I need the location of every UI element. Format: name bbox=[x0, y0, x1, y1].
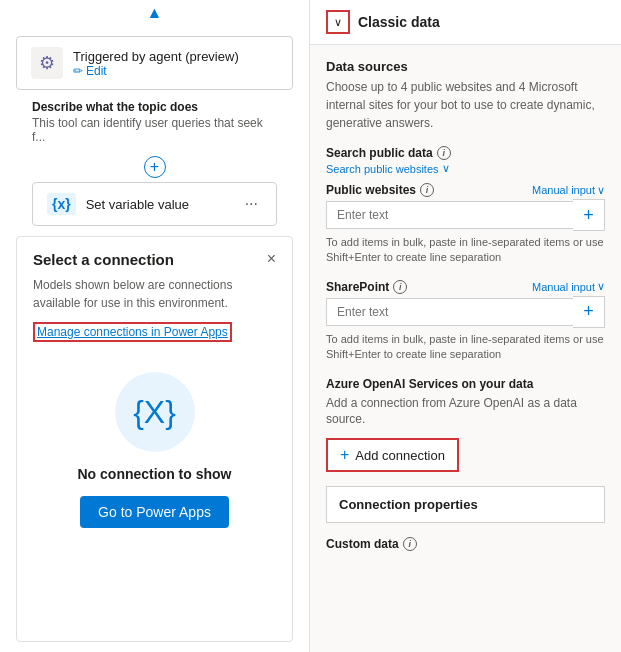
search-public-websites-link[interactable]: Search public websites ∨ bbox=[326, 162, 605, 175]
edit-link[interactable]: ✏ Edit bbox=[73, 64, 239, 78]
variable-icon: {x} bbox=[47, 193, 76, 215]
more-options-button[interactable]: ··· bbox=[241, 195, 262, 213]
sharepoint-row: SharePoint i Manual input ∨ bbox=[326, 280, 605, 294]
public-websites-hint: To add items in bulk, paste in line-sepa… bbox=[326, 235, 605, 266]
custom-data-info-icon[interactable]: i bbox=[403, 537, 417, 551]
left-panel: ▲ ⚙ Triggered by agent (preview) ✏ Edit … bbox=[0, 0, 310, 652]
sharepoint-manual-input-link[interactable]: Manual input ∨ bbox=[532, 280, 605, 293]
describe-text: This tool can identify user queries that… bbox=[32, 116, 277, 144]
public-websites-input-row: + bbox=[326, 199, 605, 231]
set-variable-label: Set variable value bbox=[86, 197, 231, 212]
search-public-data-label: Search public data i bbox=[326, 146, 451, 160]
flow-connector-top: + bbox=[16, 152, 293, 182]
pencil-icon: ✏ bbox=[73, 64, 83, 78]
panel-header: Select a connection × bbox=[33, 251, 276, 268]
public-websites-row: Public websites i Manual input ∨ bbox=[326, 183, 605, 197]
panel-title: Select a connection bbox=[33, 251, 174, 268]
sharepoint-input[interactable] bbox=[326, 298, 573, 326]
connection-properties-button[interactable]: Connection properties bbox=[326, 486, 605, 523]
chevron-down-icon: ∨ bbox=[597, 280, 605, 293]
close-button[interactable]: × bbox=[267, 251, 276, 267]
classic-data-header: ∨ Classic data bbox=[310, 0, 621, 45]
custom-data-label: Custom data i bbox=[326, 537, 605, 551]
go-power-apps-button[interactable]: Go to Power Apps bbox=[80, 496, 229, 528]
manage-connections-link[interactable]: Manage connections in Power Apps bbox=[33, 322, 232, 342]
right-content: Data sources Choose up to 4 public websi… bbox=[310, 45, 621, 565]
left-top-area: ⚙ Triggered by agent (preview) ✏ Edit De… bbox=[0, 26, 309, 236]
sharepoint-input-row: + bbox=[326, 296, 605, 328]
public-websites-manual-input-link[interactable]: Manual input ∨ bbox=[532, 184, 605, 197]
panel-description: Models shown below are connections avail… bbox=[33, 276, 276, 312]
sharepoint-add-button[interactable]: + bbox=[573, 296, 605, 328]
public-websites-add-button[interactable]: + bbox=[573, 199, 605, 231]
classic-data-title: Classic data bbox=[358, 14, 440, 30]
scroll-up-icon[interactable]: ▲ bbox=[147, 4, 163, 22]
chevron-down-icon: ∨ bbox=[442, 162, 450, 175]
describe-title: Describe what the topic does bbox=[32, 100, 277, 114]
public-websites-info-icon[interactable]: i bbox=[420, 183, 434, 197]
no-connection-area: {X} No connection to show Go to Power Ap… bbox=[33, 342, 276, 538]
add-connection-button[interactable]: + Add connection bbox=[326, 438, 459, 472]
sharepoint-label: SharePoint i bbox=[326, 280, 407, 294]
triggered-icon: ⚙ bbox=[31, 47, 63, 79]
public-websites-input[interactable] bbox=[326, 201, 573, 229]
triggered-title: Triggered by agent (preview) bbox=[73, 49, 239, 64]
add-step-button[interactable]: + bbox=[144, 156, 166, 178]
triggered-text: Triggered by agent (preview) ✏ Edit bbox=[73, 49, 239, 78]
sharepoint-info-icon[interactable]: i bbox=[393, 280, 407, 294]
set-variable-card: {x} Set variable value ··· bbox=[32, 182, 277, 226]
chevron-down-icon: ∨ bbox=[334, 16, 342, 29]
azure-openai-description: Add a connection from Azure OpenAI as a … bbox=[326, 395, 605, 429]
right-panel: ∨ Classic data Data sources Choose up to… bbox=[310, 0, 621, 652]
select-connection-panel: Select a connection × Models shown below… bbox=[16, 236, 293, 642]
add-connection-plus-icon: + bbox=[340, 446, 349, 464]
describe-section: Describe what the topic does This tool c… bbox=[16, 100, 293, 144]
add-connection-label: Add connection bbox=[355, 448, 445, 463]
search-public-data-row: Search public data i bbox=[326, 146, 605, 160]
azure-openai-title: Azure OpenAI Services on your data bbox=[326, 377, 605, 391]
no-connection-text: No connection to show bbox=[78, 466, 232, 482]
sharepoint-hint: To add items in bulk, paste in line-sepa… bbox=[326, 332, 605, 363]
search-public-data-info-icon[interactable]: i bbox=[437, 146, 451, 160]
curly-braces-icon: {X} bbox=[115, 372, 195, 452]
chevron-down-icon: ∨ bbox=[597, 184, 605, 197]
triggered-card: ⚙ Triggered by agent (preview) ✏ Edit bbox=[16, 36, 293, 90]
data-sources-description: Choose up to 4 public websites and 4 Mic… bbox=[326, 78, 605, 132]
scroll-arrow-top[interactable]: ▲ bbox=[0, 0, 309, 26]
public-websites-label: Public websites i bbox=[326, 183, 434, 197]
data-sources-label: Data sources bbox=[326, 59, 605, 74]
classic-data-collapse-button[interactable]: ∨ bbox=[326, 10, 350, 34]
